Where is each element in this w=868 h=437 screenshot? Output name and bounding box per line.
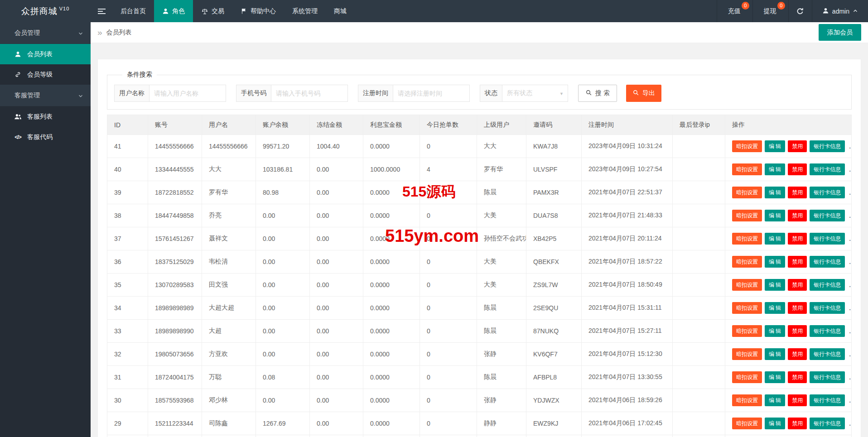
hidden-deduction-settings-button[interactable]: 暗扣设置: [732, 394, 762, 406]
edit-button[interactable]: 编 辑: [765, 279, 785, 291]
user-icon: [822, 7, 829, 15]
register-time-field[interactable]: [393, 85, 470, 102]
more-actions-button[interactable]: ...: [849, 397, 851, 404]
hidden-deduction-settings-button[interactable]: 暗扣设置: [732, 233, 762, 245]
more-actions-button[interactable]: ...: [849, 351, 851, 358]
table-cell: [673, 343, 725, 366]
bank-card-info-button[interactable]: 银行卡信息: [810, 140, 845, 152]
bank-card-info-button[interactable]: 银行卡信息: [810, 279, 845, 291]
table-cell: 0.00: [310, 274, 363, 297]
more-actions-button[interactable]: ...: [849, 281, 851, 288]
top-link-label: 提现: [764, 7, 776, 15]
withdraw-link[interactable]: 提现0: [752, 0, 788, 22]
more-actions-button[interactable]: ...: [849, 212, 851, 219]
hidden-deduction-settings-button[interactable]: 暗扣设置: [732, 140, 762, 152]
disable-button[interactable]: 禁用: [788, 187, 807, 198]
edit-button[interactable]: 编 辑: [765, 187, 785, 198]
refresh-icon[interactable]: [788, 0, 812, 22]
disable-button[interactable]: 禁用: [788, 302, 807, 314]
bank-card-info-button[interactable]: 银行卡信息: [810, 325, 845, 337]
edit-button[interactable]: 编 辑: [765, 418, 785, 429]
more-actions-button[interactable]: ...: [849, 143, 851, 150]
hidden-deduction-settings-button[interactable]: 暗扣设置: [732, 348, 762, 360]
edit-button[interactable]: 编 辑: [765, 302, 785, 314]
nav-item-mall[interactable]: 商城: [326, 0, 355, 22]
disable-button[interactable]: 禁用: [788, 256, 807, 268]
disable-button[interactable]: 禁用: [788, 163, 807, 175]
hidden-deduction-settings-button[interactable]: 暗扣设置: [732, 210, 762, 221]
nav-item-role[interactable]: 角色: [154, 0, 193, 22]
edit-button[interactable]: 编 辑: [765, 256, 785, 268]
hidden-deduction-settings-button[interactable]: 暗扣设置: [732, 279, 762, 291]
disable-button[interactable]: 禁用: [788, 371, 807, 383]
more-actions-button[interactable]: ...: [849, 258, 851, 265]
menu-toggle-icon[interactable]: [91, 0, 112, 22]
sidebar-item-member-level[interactable]: 会员等级: [0, 64, 91, 85]
disable-button[interactable]: 禁用: [788, 394, 807, 406]
disable-button[interactable]: 禁用: [788, 279, 807, 291]
hidden-deduction-settings-button[interactable]: 暗扣设置: [732, 163, 762, 175]
more-actions-button[interactable]: ...: [849, 166, 851, 173]
table-cell: 0.0000: [363, 250, 420, 274]
hidden-deduction-settings-button[interactable]: 暗扣设置: [732, 187, 762, 198]
edit-button[interactable]: 编 辑: [765, 210, 785, 221]
disable-button[interactable]: 禁用: [788, 325, 807, 337]
table-cell: [673, 412, 725, 435]
phone-field[interactable]: [271, 85, 348, 102]
bank-card-info-button[interactable]: 银行卡信息: [810, 233, 845, 245]
more-actions-button[interactable]: ...: [849, 235, 851, 242]
edit-button[interactable]: 编 辑: [765, 163, 785, 175]
sidebar-item-service-code[interactable]: </>客服代码: [0, 127, 91, 147]
export-button[interactable]: 导出: [626, 85, 661, 102]
username-field[interactable]: [149, 85, 226, 102]
table-cell: 0: [420, 204, 477, 227]
hidden-deduction-settings-button[interactable]: 暗扣设置: [732, 371, 762, 383]
table-cell: 2021年04月07日 15:31:11: [582, 297, 673, 320]
sidebar-item-service-list[interactable]: 客服列表: [0, 106, 91, 127]
add-member-button[interactable]: 添加会员: [819, 24, 861, 41]
disable-button[interactable]: 禁用: [788, 348, 807, 360]
hidden-deduction-settings-button[interactable]: 暗扣设置: [732, 302, 762, 314]
edit-button[interactable]: 编 辑: [765, 140, 785, 152]
status-select[interactable]: 所有状态▼: [502, 85, 568, 102]
bank-card-info-button[interactable]: 银行卡信息: [810, 210, 845, 221]
disable-button[interactable]: 禁用: [788, 140, 807, 152]
hidden-deduction-settings-button[interactable]: 暗扣设置: [732, 325, 762, 337]
admin-menu[interactable]: admin: [812, 0, 868, 22]
bank-card-info-button[interactable]: 银行卡信息: [810, 348, 845, 360]
disable-button[interactable]: 禁用: [788, 418, 807, 429]
edit-button[interactable]: 编 辑: [765, 348, 785, 360]
more-actions-button[interactable]: ...: [849, 327, 851, 335]
disable-button[interactable]: 禁用: [788, 233, 807, 245]
nav-item-system-manage[interactable]: 系统管理: [284, 0, 326, 22]
sidebar-section-title[interactable]: 会员管理: [0, 22, 91, 44]
edit-button[interactable]: 编 辑: [765, 325, 785, 337]
edit-button[interactable]: 编 辑: [765, 233, 785, 245]
content-card: 条件搜索 用户名称手机号码注册时间状态所有状态▼搜 索导出 ID账号用户名账户余…: [97, 59, 861, 437]
edit-button[interactable]: 编 辑: [765, 394, 785, 406]
more-actions-button[interactable]: ...: [849, 189, 851, 196]
table-cell: 2021年04月07日 18:57:22: [582, 250, 673, 274]
nav-item-home[interactable]: 后台首页: [112, 0, 154, 22]
bank-card-info-button[interactable]: 银行卡信息: [810, 371, 845, 383]
nav-item-trade[interactable]: 交易: [193, 0, 232, 22]
more-actions-button[interactable]: ...: [849, 374, 851, 381]
hidden-deduction-settings-button[interactable]: 暗扣设置: [732, 418, 762, 429]
nav-item-help-center[interactable]: 帮助中心: [232, 0, 284, 22]
sidebar-section-title[interactable]: 客服管理: [0, 85, 91, 106]
more-actions-button[interactable]: ...: [849, 304, 851, 312]
bank-card-info-button[interactable]: 银行卡信息: [810, 418, 845, 429]
bank-card-info-button[interactable]: 银行卡信息: [810, 256, 845, 268]
search-button[interactable]: 搜 索: [578, 85, 617, 102]
sidebar-item-member-list[interactable]: 会员列表: [0, 44, 91, 64]
bank-card-info-button[interactable]: 银行卡信息: [810, 187, 845, 198]
bank-card-info-button[interactable]: 银行卡信息: [810, 163, 845, 175]
edit-button[interactable]: 编 辑: [765, 371, 785, 383]
recharge-link[interactable]: 充值0: [717, 0, 752, 22]
bank-card-info-button[interactable]: 银行卡信息: [810, 302, 845, 314]
table-cell: 87NUKQ: [526, 320, 582, 343]
more-actions-button[interactable]: ...: [849, 420, 851, 427]
bank-card-info-button[interactable]: 银行卡信息: [810, 394, 845, 406]
hidden-deduction-settings-button[interactable]: 暗扣设置: [732, 256, 762, 268]
disable-button[interactable]: 禁用: [788, 210, 807, 221]
